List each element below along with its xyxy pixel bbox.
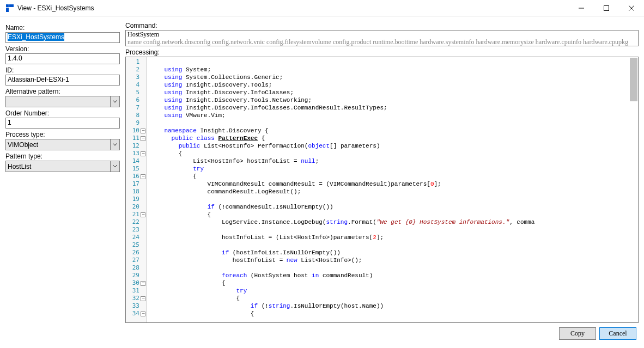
- svg-rect-0: [6, 4, 9, 7]
- code-body[interactable]: using System; using System.Collections.G…: [147, 57, 638, 322]
- pattype-label: Pattern type:: [5, 152, 120, 160]
- code-editor[interactable]: 1234567891011121314151617181920212223242…: [125, 57, 639, 323]
- name-label: Name:: [5, 24, 120, 32]
- cancel-button[interactable]: Cancel: [599, 327, 636, 340]
- version-label: Version:: [5, 45, 120, 53]
- content-area: Name: ESXi_HostSystems Version: 1.4.0 ID…: [0, 16, 644, 323]
- minimize-button[interactable]: [569, 0, 594, 16]
- form-panel: Name: ESXi_HostSystems Version: 1.4.0 ID…: [5, 22, 125, 323]
- name-input[interactable]: ESXi_HostSystems: [5, 32, 120, 43]
- window-title: View - ESXi_HostSystems: [17, 4, 94, 12]
- order-label: Order Number:: [5, 109, 120, 117]
- maximize-button[interactable]: [594, 0, 619, 16]
- svg-rect-4: [604, 5, 609, 10]
- order-input[interactable]: 1: [5, 118, 120, 129]
- command-line1: HostSystem: [127, 30, 636, 38]
- svg-rect-2: [6, 8, 9, 12]
- proctype-label: Process type:: [5, 131, 120, 138]
- copy-button[interactable]: Copy: [559, 327, 596, 340]
- svg-rect-1: [9, 4, 14, 7]
- proctype-combo[interactable]: VIMObject: [5, 139, 120, 150]
- altpattern-combo[interactable]: [5, 96, 120, 107]
- command-label: Command:: [125, 22, 639, 29]
- chevron-down-icon: [110, 96, 119, 107]
- title-bar: View - ESXi_HostSystems: [0, 0, 644, 16]
- command-textbox[interactable]: HostSystem name config.network.dnsconfig…: [125, 30, 639, 46]
- version-input[interactable]: 1.4.0: [5, 53, 120, 64]
- chevron-down-icon: [110, 139, 119, 150]
- processing-label: Processing:: [125, 48, 639, 56]
- id-input[interactable]: Atlassian-Def-ESXi-1: [5, 75, 120, 86]
- altpattern-label: Alternative pattern:: [5, 88, 120, 95]
- pattype-combo[interactable]: HostList: [5, 161, 120, 172]
- code-gutter: 1234567891011121314151617181920212223242…: [126, 57, 147, 322]
- command-line2: name config.network.dnsconfig config.net…: [127, 38, 636, 46]
- close-button[interactable]: [619, 0, 644, 16]
- app-icon: [5, 4, 14, 13]
- dialog-footer: Copy Cancel: [0, 323, 644, 348]
- right-panel: Command: HostSystem name config.network.…: [125, 22, 639, 323]
- chevron-down-icon: [110, 161, 119, 172]
- vertical-scrollbar-thumb[interactable]: [630, 58, 637, 101]
- id-label: ID:: [5, 66, 120, 74]
